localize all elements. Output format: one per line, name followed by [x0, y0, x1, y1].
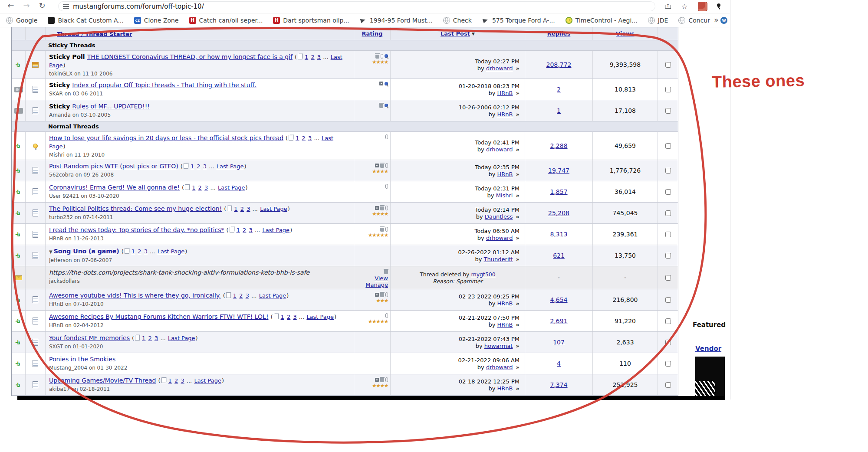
bookmark-item[interactable]: Concur	[678, 17, 710, 24]
page-link[interactable]: 2	[287, 314, 290, 320]
bookmark-item[interactable]: Google	[6, 17, 37, 24]
extension-pin-icon[interactable]	[715, 3, 723, 10]
sort-by-views-link[interactable]: Views	[616, 30, 635, 37]
thread-link[interactable]: Ponies in the Smokies	[49, 356, 115, 363]
thread-select-checkbox[interactable]	[665, 382, 671, 388]
thread-link[interactable]: Coronavirus! Erma Gerd! We all gonna die…	[49, 184, 180, 191]
bookmark-item[interactable]: Dart sportsman oilp...	[273, 17, 349, 24]
replies-count-link[interactable]: 1	[557, 107, 561, 114]
last-poster-link[interactable]: Dauntless	[485, 213, 513, 220]
sort-by-rating-link[interactable]: Rating	[362, 30, 382, 37]
thread-select-checkbox[interactable]	[665, 318, 671, 324]
last-poster-link[interactable]: HRnB	[497, 300, 513, 307]
page-link[interactable]: 1	[142, 335, 145, 341]
last-poster-link[interactable]: HRnB	[497, 385, 513, 392]
go-to-last-post-icon[interactable]: »	[516, 364, 519, 370]
bookmark-item[interactable]: 1994-95 Ford Must...	[360, 17, 433, 24]
go-to-last-post-icon[interactable]: »	[516, 111, 519, 118]
thread-pagination[interactable]: (1 2 3 ... Last Page)	[181, 163, 247, 170]
bookmark-star-icon[interactable]: ☆	[680, 2, 689, 11]
go-to-last-post-icon[interactable]: »	[516, 65, 519, 72]
go-to-last-post-icon[interactable]: »	[516, 213, 519, 220]
page-link[interactable]: 3	[317, 54, 321, 60]
thread-pagination[interactable]: (1 2 3 ... Last Page)	[224, 206, 290, 212]
last-poster-link[interactable]: howarmat	[484, 343, 513, 349]
thread-pagination[interactable]: (1 2 3 ... Last Page)	[271, 314, 337, 320]
bookmark-item[interactable]: JDE	[648, 17, 668, 24]
last-page-link[interactable]: Last Page	[218, 184, 245, 191]
thread-link[interactable]: https://the-dots.com/projects/shark-tank…	[49, 269, 309, 276]
thread-pagination[interactable]: (1 2 3 ... Last Page)	[122, 248, 187, 255]
replies-count-link[interactable]: 4	[557, 360, 561, 367]
thread-select-checkbox[interactable]	[665, 210, 671, 216]
bookmarks-overflow-chevron[interactable]: »	[714, 15, 719, 24]
replies-count-link[interactable]: 25,208	[548, 210, 569, 216]
replies-count-link[interactable]: 2	[557, 86, 561, 93]
thread-link[interactable]: The Political Politics thread: Come see …	[49, 205, 222, 212]
sort-by-replies-link[interactable]: Replies	[547, 30, 571, 37]
page-link[interactable]: 3	[246, 292, 249, 299]
page-link[interactable]: 1	[237, 227, 240, 233]
page-link[interactable]: 3	[204, 184, 208, 191]
page-link[interactable]: 2	[239, 292, 243, 299]
manage-link[interactable]: Manage	[365, 282, 388, 288]
replies-count-link[interactable]: 2,691	[550, 318, 567, 324]
page-link[interactable]: 1	[192, 184, 195, 191]
thread-select-checkbox[interactable]	[665, 108, 671, 114]
vendor-link[interactable]: Vendor	[695, 345, 721, 353]
last-poster-link[interactable]: HRnB	[497, 171, 513, 177]
page-link[interactable]: 3	[249, 227, 252, 233]
thread-select-checkbox[interactable]	[665, 168, 671, 174]
bookmark-item[interactable]: 575 Torque Ford A-...	[482, 17, 555, 24]
replies-count-link[interactable]: 208,772	[546, 61, 572, 68]
thread-select-checkbox[interactable]	[665, 143, 671, 149]
thread-link[interactable]: Upcoming Games/Movie/TV Thread	[49, 377, 156, 384]
thread-link[interactable]: THE LONGEST Coronavirus THREAD, or how m…	[87, 53, 293, 60]
last-page-link[interactable]: Last Page	[306, 314, 334, 320]
page-link[interactable]: 1	[234, 206, 237, 212]
go-to-last-post-icon[interactable]: »	[516, 192, 519, 199]
page-link[interactable]: 2	[198, 184, 202, 191]
thread-select-checkbox[interactable]	[665, 253, 671, 259]
replies-count-link[interactable]: 19,747	[548, 167, 569, 174]
page-link[interactable]: 1	[191, 163, 194, 170]
page-link[interactable]: 1	[305, 54, 308, 60]
profile-avatar[interactable]	[698, 2, 707, 11]
site-settings-icon[interactable]	[63, 4, 69, 9]
page-link[interactable]: 3	[144, 248, 148, 255]
go-to-last-post-icon[interactable]: »	[516, 300, 519, 307]
last-poster-link[interactable]: Thunderiff	[484, 256, 513, 262]
page-link[interactable]: 2	[138, 248, 141, 255]
page-link[interactable]: 2	[311, 54, 314, 60]
page-link[interactable]: 3	[308, 135, 312, 141]
thread-select-checkbox[interactable]	[665, 87, 671, 92]
thread-link[interactable]: Index of popular Off Topic threads - Tha…	[72, 82, 256, 88]
page-link[interactable]: 2	[240, 206, 244, 212]
last-page-link[interactable]: Last Page	[158, 248, 185, 255]
sort-by-last-post-link[interactable]: Last Post	[441, 30, 470, 37]
url-text[interactable]: mustangforums.com/forum/off-topic-10/	[73, 3, 204, 10]
page-link[interactable]: 1	[168, 377, 172, 384]
page-link[interactable]: 2	[174, 377, 178, 384]
page-link[interactable]: 3	[293, 314, 296, 320]
last-page-link[interactable]: Last Page	[194, 377, 221, 384]
last-poster-link[interactable]: HRnB	[497, 90, 513, 96]
last-poster-link[interactable]: HRnB	[497, 111, 513, 118]
last-poster-link[interactable]: drhoward	[486, 235, 513, 241]
last-page-link[interactable]: Last Page	[262, 227, 289, 233]
thread-link[interactable]: Post Random pics WTF (post pics or GTFO)	[49, 163, 178, 170]
page-link[interactable]: 3	[155, 335, 158, 341]
last-poster-link[interactable]: drhoward	[486, 146, 513, 153]
page-link[interactable]: 3	[181, 377, 184, 384]
replies-count-link[interactable]: 4,654	[550, 296, 567, 303]
collapse-caret-icon[interactable]: ▼	[49, 249, 53, 254]
go-to-last-post-icon[interactable]: »	[516, 385, 519, 392]
thread-link[interactable]: I read the news today: Top stories of th…	[49, 226, 224, 233]
thread-pagination[interactable]: (1 2 3 ... Last Page)	[227, 227, 293, 233]
bookmark-item[interactable]: Workday	[720, 17, 730, 24]
thread-select-checkbox[interactable]	[665, 232, 671, 237]
last-poster-link[interactable]: Mishri	[496, 192, 513, 199]
thread-select-checkbox[interactable]	[665, 361, 671, 367]
page-link[interactable]: 2	[197, 163, 200, 170]
page-link[interactable]: 1	[281, 314, 284, 320]
